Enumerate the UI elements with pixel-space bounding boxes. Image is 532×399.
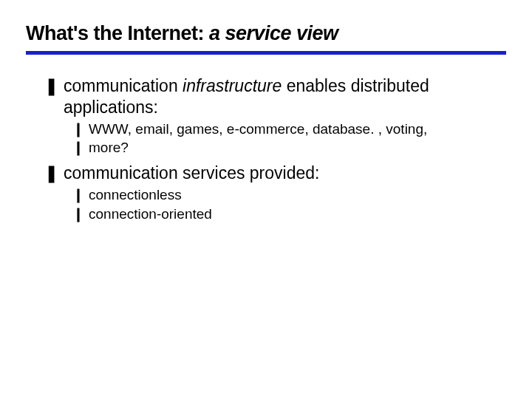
bullet-level2: ❙ more? — [72, 139, 499, 157]
bullet-text: communication services provided: — [64, 163, 499, 184]
y-bullet-icon: ❙ — [72, 186, 89, 204]
y-bullet-icon: ❙ — [72, 139, 89, 157]
title-underline — [26, 51, 506, 55]
z-bullet-icon: ❚ — [44, 163, 64, 184]
bullet-level2: ❙ WWW, email, games, e-commerce, databas… — [72, 120, 499, 138]
bullet-text: connection-oriented — [89, 205, 499, 223]
slide-title: What's the Internet: a service view — [26, 22, 506, 45]
bullet-text: connectionless — [89, 186, 499, 204]
z-bullet-icon: ❚ — [44, 75, 64, 97]
bullet-text: communication infrastructure enables dis… — [64, 75, 499, 118]
bullet-level1: ❚ communication services provided: — [44, 163, 499, 184]
bullet-level2: ❙ connectionless — [72, 186, 499, 204]
content: ❚ communication infrastructure enables d… — [26, 75, 506, 222]
title-italic: a service view — [209, 22, 338, 44]
seg: communication — [64, 76, 183, 95]
bullet-level2: ❙ connection-oriented — [72, 205, 499, 223]
seg: communication services provided: — [64, 163, 319, 183]
bullet-text: WWW, email, games, e-commerce, database.… — [89, 120, 499, 138]
seg-italic: infrastructure — [183, 76, 282, 95]
y-bullet-icon: ❙ — [72, 120, 89, 138]
bullet-level1: ❚ communication infrastructure enables d… — [44, 75, 499, 118]
y-bullet-icon: ❙ — [72, 205, 89, 223]
slide: What's the Internet: a service view ❚ co… — [0, 0, 532, 222]
bullet-text: more? — [89, 139, 499, 157]
title-plain: What's the Internet: — [26, 22, 209, 44]
